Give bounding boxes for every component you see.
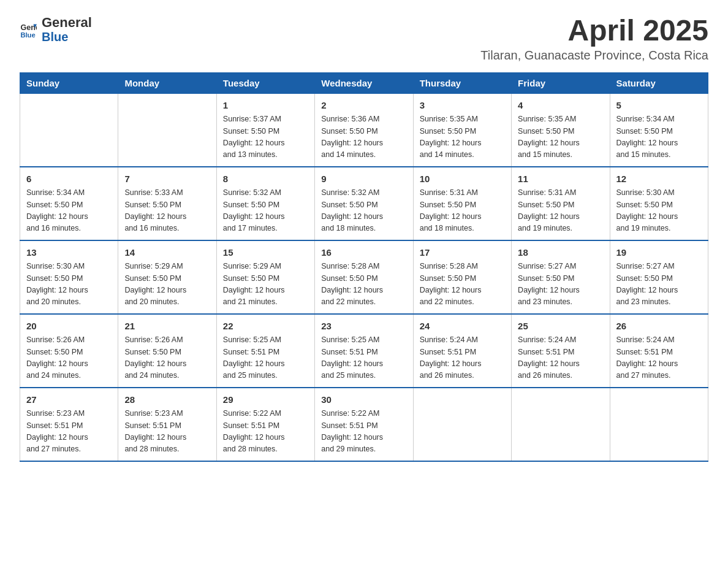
day-number: 24 (420, 320, 505, 334)
logo-general: General (42, 15, 92, 30)
calendar-body: 1Sunrise: 5:37 AMSunset: 5:50 PMDaylight… (20, 93, 708, 461)
week-row-4: 20Sunrise: 5:26 AMSunset: 5:50 PMDayligh… (20, 314, 708, 388)
day-info: Sunrise: 5:24 AMSunset: 5:51 PMDaylight:… (518, 334, 603, 382)
day-number: 1 (223, 99, 308, 113)
day-number: 17 (420, 246, 505, 260)
day-info: Sunrise: 5:30 AMSunset: 5:50 PMDaylight:… (616, 187, 702, 235)
location-subtitle: Tilaran, Guanacaste Province, Costa Rica (480, 48, 708, 63)
day-info: Sunrise: 5:28 AMSunset: 5:50 PMDaylight:… (420, 261, 505, 308)
day-info: Sunrise: 5:24 AMSunset: 5:51 PMDaylight:… (616, 334, 702, 382)
day-number: 6 (26, 172, 112, 186)
day-info: Sunrise: 5:35 AMSunset: 5:50 PMDaylight:… (420, 113, 505, 161)
day-cell: 17Sunrise: 5:28 AMSunset: 5:50 PMDayligh… (413, 240, 511, 314)
day-cell: 25Sunrise: 5:24 AMSunset: 5:51 PMDayligh… (512, 314, 610, 388)
col-header-friday: Friday (512, 72, 610, 93)
day-cell: 11Sunrise: 5:31 AMSunset: 5:50 PMDayligh… (512, 167, 610, 240)
day-cell (413, 388, 511, 461)
day-cell: 26Sunrise: 5:24 AMSunset: 5:51 PMDayligh… (610, 314, 708, 388)
day-info: Sunrise: 5:27 AMSunset: 5:50 PMDaylight:… (616, 261, 702, 308)
day-number: 12 (616, 172, 702, 186)
day-info: Sunrise: 5:23 AMSunset: 5:51 PMDaylight:… (124, 408, 210, 456)
day-info: Sunrise: 5:37 AMSunset: 5:50 PMDaylight:… (223, 113, 308, 161)
day-info: Sunrise: 5:22 AMSunset: 5:51 PMDaylight:… (223, 408, 308, 456)
week-row-3: 13Sunrise: 5:30 AMSunset: 5:50 PMDayligh… (20, 240, 708, 314)
col-header-saturday: Saturday (610, 72, 708, 93)
day-info: Sunrise: 5:33 AMSunset: 5:50 PMDaylight:… (124, 187, 210, 235)
header: General Blue General Blue April 2025 Til… (20, 15, 708, 63)
day-number: 5 (616, 99, 702, 113)
day-info: Sunrise: 5:30 AMSunset: 5:50 PMDaylight:… (26, 261, 112, 308)
day-info: Sunrise: 5:32 AMSunset: 5:50 PMDaylight:… (223, 187, 308, 235)
day-cell: 15Sunrise: 5:29 AMSunset: 5:50 PMDayligh… (216, 240, 314, 314)
logo-icon: General Blue (20, 21, 37, 38)
calendar-header: SundayMondayTuesdayWednesdayThursdayFrid… (20, 72, 708, 93)
day-info: Sunrise: 5:31 AMSunset: 5:50 PMDaylight:… (518, 187, 603, 235)
day-info: Sunrise: 5:35 AMSunset: 5:50 PMDaylight:… (518, 113, 603, 161)
day-cell: 19Sunrise: 5:27 AMSunset: 5:50 PMDayligh… (610, 240, 708, 314)
day-cell: 9Sunrise: 5:32 AMSunset: 5:50 PMDaylight… (315, 167, 413, 240)
day-info: Sunrise: 5:36 AMSunset: 5:50 PMDaylight:… (321, 113, 406, 161)
day-info: Sunrise: 5:24 AMSunset: 5:51 PMDaylight:… (420, 334, 505, 382)
day-number: 28 (124, 393, 210, 407)
day-number: 16 (321, 246, 406, 260)
day-number: 4 (518, 99, 603, 113)
day-cell (610, 388, 708, 461)
day-number: 29 (223, 393, 308, 407)
calendar-table: SundayMondayTuesdayWednesdayThursdayFrid… (20, 72, 708, 462)
day-cell: 24Sunrise: 5:24 AMSunset: 5:51 PMDayligh… (413, 314, 511, 388)
day-cell: 5Sunrise: 5:34 AMSunset: 5:50 PMDaylight… (610, 93, 708, 167)
day-number: 25 (518, 320, 603, 334)
day-cell (512, 388, 610, 461)
week-row-1: 1Sunrise: 5:37 AMSunset: 5:50 PMDaylight… (20, 93, 708, 167)
day-info: Sunrise: 5:31 AMSunset: 5:50 PMDaylight:… (420, 187, 505, 235)
day-info: Sunrise: 5:25 AMSunset: 5:51 PMDaylight:… (321, 334, 406, 382)
day-number: 18 (518, 246, 603, 260)
day-info: Sunrise: 5:34 AMSunset: 5:50 PMDaylight:… (26, 187, 112, 235)
day-cell: 20Sunrise: 5:26 AMSunset: 5:50 PMDayligh… (20, 314, 118, 388)
day-cell: 16Sunrise: 5:28 AMSunset: 5:50 PMDayligh… (315, 240, 413, 314)
day-cell: 6Sunrise: 5:34 AMSunset: 5:50 PMDaylight… (20, 167, 118, 240)
day-info: Sunrise: 5:25 AMSunset: 5:51 PMDaylight:… (223, 334, 308, 382)
day-number: 8 (223, 172, 308, 186)
day-cell: 8Sunrise: 5:32 AMSunset: 5:50 PMDaylight… (216, 167, 314, 240)
day-number: 22 (223, 320, 308, 334)
day-number: 14 (124, 246, 210, 260)
month-year-title: April 2025 (480, 15, 708, 47)
day-info: Sunrise: 5:29 AMSunset: 5:50 PMDaylight:… (223, 261, 308, 308)
day-cell (118, 93, 216, 167)
week-row-5: 27Sunrise: 5:23 AMSunset: 5:51 PMDayligh… (20, 388, 708, 461)
col-header-thursday: Thursday (413, 72, 511, 93)
day-cell: 14Sunrise: 5:29 AMSunset: 5:50 PMDayligh… (118, 240, 216, 314)
col-header-wednesday: Wednesday (315, 72, 413, 93)
day-cell: 12Sunrise: 5:30 AMSunset: 5:50 PMDayligh… (610, 167, 708, 240)
day-cell: 28Sunrise: 5:23 AMSunset: 5:51 PMDayligh… (118, 388, 216, 461)
logo: General Blue General Blue (20, 15, 92, 44)
day-cell: 1Sunrise: 5:37 AMSunset: 5:50 PMDaylight… (216, 93, 314, 167)
day-cell: 13Sunrise: 5:30 AMSunset: 5:50 PMDayligh… (20, 240, 118, 314)
day-number: 15 (223, 246, 308, 260)
day-number: 23 (321, 320, 406, 334)
day-number: 21 (124, 320, 210, 334)
day-number: 30 (321, 393, 406, 407)
day-cell: 29Sunrise: 5:22 AMSunset: 5:51 PMDayligh… (216, 388, 314, 461)
day-cell: 30Sunrise: 5:22 AMSunset: 5:51 PMDayligh… (315, 388, 413, 461)
day-cell: 2Sunrise: 5:36 AMSunset: 5:50 PMDaylight… (315, 93, 413, 167)
day-number: 20 (26, 320, 112, 334)
col-header-tuesday: Tuesday (216, 72, 314, 93)
day-info: Sunrise: 5:28 AMSunset: 5:50 PMDaylight:… (321, 261, 406, 308)
day-info: Sunrise: 5:32 AMSunset: 5:50 PMDaylight:… (321, 187, 406, 235)
day-info: Sunrise: 5:26 AMSunset: 5:50 PMDaylight:… (26, 334, 112, 382)
day-number: 7 (124, 172, 210, 186)
day-cell: 3Sunrise: 5:35 AMSunset: 5:50 PMDaylight… (413, 93, 511, 167)
day-number: 10 (420, 172, 505, 186)
day-info: Sunrise: 5:22 AMSunset: 5:51 PMDaylight:… (321, 408, 406, 456)
day-cell: 23Sunrise: 5:25 AMSunset: 5:51 PMDayligh… (315, 314, 413, 388)
day-info: Sunrise: 5:34 AMSunset: 5:50 PMDaylight:… (616, 113, 702, 161)
day-cell: 22Sunrise: 5:25 AMSunset: 5:51 PMDayligh… (216, 314, 314, 388)
week-row-2: 6Sunrise: 5:34 AMSunset: 5:50 PMDaylight… (20, 167, 708, 240)
day-info: Sunrise: 5:26 AMSunset: 5:50 PMDaylight:… (124, 334, 210, 382)
svg-text:Blue: Blue (20, 31, 35, 38)
day-number: 2 (321, 99, 406, 113)
day-cell: 7Sunrise: 5:33 AMSunset: 5:50 PMDaylight… (118, 167, 216, 240)
day-cell: 27Sunrise: 5:23 AMSunset: 5:51 PMDayligh… (20, 388, 118, 461)
